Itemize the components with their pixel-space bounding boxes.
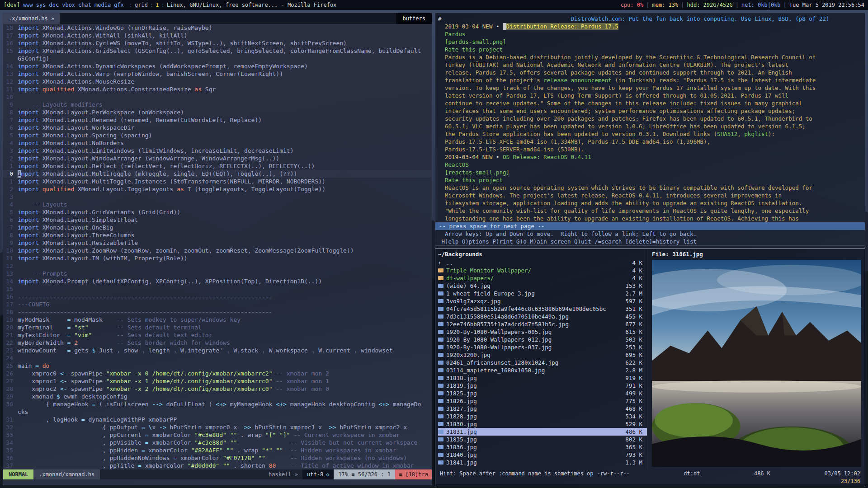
code-line[interactable]: 12import XMonad.Actions.MouseResize	[3, 78, 432, 85]
code-line[interactable]: 7import XMonad.Layout.Renamed (renamed, …	[3, 116, 432, 124]
code-line[interactable]: 9 -- Layouts modifiers	[3, 101, 432, 108]
code-line[interactable]: 1import XMonad.Layout.Reflect (reflectVe…	[3, 162, 432, 170]
workspace-tag[interactable]: vbox	[62, 2, 75, 8]
file-row[interactable]: 03114_mapletree_1680x1050.jpg2.8 M	[438, 366, 647, 374]
code-line[interactable]: 36 , ppHiddenNoWindows = xmobarColor "#F…	[3, 454, 432, 462]
code-line[interactable]: 4import XMonad.Layout.NoBorders	[3, 139, 432, 147]
code-line[interactable]: 17import XMonad.Actions.WithAll (sinkAll…	[3, 32, 432, 39]
lynx-link[interactable]: Rate this project	[438, 46, 503, 53]
lynx-link[interactable]: pkglist	[744, 131, 768, 137]
code-line[interactable]: 17---CONFIG	[3, 300, 432, 308]
buffer-tab[interactable]: .x/xmonad.hs »	[3, 13, 60, 24]
workspace-tag[interactable]: doc	[49, 2, 59, 8]
code-line[interactable]: 31 , logHook = dynamicLogWithPP xmobarPP	[3, 416, 432, 423]
lynx-link[interactable]: Rate this project	[438, 177, 503, 183]
code-line[interactable]: 28 xmproc2 <- spawnPipe "xmobar -x 2 /ho…	[3, 385, 432, 393]
file-row[interactable]: (wide) 64.jpg153 K	[438, 282, 647, 290]
file-row[interactable]: 31841.jpg1.3 M	[438, 459, 647, 466]
code-line[interactable]: 27 xmproc1 <- spawnPipe "xmobar -x 1 /ho…	[3, 377, 432, 385]
file-row[interactable]: 31840.jpg793 K	[438, 451, 647, 459]
code-line[interactable]: 4 -- Layouts	[3, 201, 432, 208]
file-row[interactable]: 31825.jpg499 K	[438, 389, 647, 397]
file-row[interactable]: 1920x1200.jpg695 K	[438, 351, 647, 359]
lynx-link[interactable]: Pardus	[438, 31, 465, 38]
file-row[interactable]: 1920-By-1080-Wallpapers-005.jpg615 K	[438, 328, 647, 336]
code-line[interactable]: 3	[3, 193, 432, 201]
directory-row[interactable]: Triple Monitor Wallpaper/4 K	[438, 267, 647, 274]
file-row[interactable]: 31827.jpg468 K	[438, 405, 647, 413]
file-row[interactable]: 31826.jpg775 K	[438, 397, 647, 405]
file-row[interactable]: 7d3c13155880e514a8d6d70510be449a.jpg455 …	[438, 313, 647, 320]
code-line[interactable]: 20myTerminal = "st" -- Sets default term…	[3, 324, 432, 331]
file-row[interactable]: 3vo91g7azxqz.jpg597 K	[438, 297, 647, 305]
lynx-link[interactable]: Distribution Release: Pardus 17.5	[506, 23, 618, 30]
code-line[interactable]: 0import XMonad.Layout.MultiToggle (mkTog…	[3, 170, 432, 178]
file-row[interactable]: 31828.jpg534 K	[438, 413, 647, 420]
directory-row[interactable]: dt-wallpapers/4 K	[438, 274, 647, 282]
file-row[interactable]: 02461_africansunset_1280x1024.jpg622 K	[438, 359, 647, 366]
code-line[interactable]: 2import XMonad.Layout.WindowArranger (wi…	[3, 155, 432, 162]
code-line[interactable]: 9import XMonad.Layout.ResizableTile	[3, 239, 432, 247]
code-line[interactable]: 18--------------------------------------…	[3, 308, 432, 316]
code-line[interactable]: 14import XMonad.Prompt (defaultXPConfig,…	[3, 277, 432, 285]
code-line[interactable]: 8import XMonad.Layout.ThreeColumns	[3, 231, 432, 239]
code-line[interactable]: 19myModMask = mod4Mask -- Sets modkey to…	[3, 316, 432, 324]
code-line[interactable]: 24	[3, 354, 432, 362]
lynx-link[interactable]: release announcement	[543, 77, 612, 84]
code-line[interactable]: 7import XMonad.Layout.OneBig	[3, 224, 432, 231]
lynx-link[interactable]: ReactOS	[438, 161, 469, 168]
code-line[interactable]: 3import XMonad.Layout.LimitWindows (limi…	[3, 147, 432, 155]
code-line[interactable]: 13import XMonad.Actions.Warp (warpToWind…	[3, 70, 432, 78]
file-row[interactable]: 31831.jpg486 K	[438, 428, 647, 436]
code-line[interactable]: 23windowCount = gets $ Just . show . len…	[3, 347, 432, 354]
file-row[interactable]: 04fc7e45d58115b2a9fe446c8c635886b694e108…	[438, 305, 647, 313]
workspace-tag[interactable]: sys	[36, 2, 46, 8]
code-line[interactable]: 6import XMonad.Layout.WorkspaceDir	[3, 124, 432, 131]
code-line[interactable]: 34 , ppVisible = xmobarColor "#c3e88d" "…	[3, 439, 432, 446]
code-line[interactable]: 15import XMonad.Actions.GridSelect (GSCo…	[3, 47, 432, 55]
file-row[interactable]: 31830.jpg529 K	[438, 420, 647, 428]
code-line[interactable]: 29 xmonad $ ewmh desktopConfig	[3, 393, 432, 400]
file-row[interactable]: 1920-By-1080-Wallpapers-037.jpg253 K	[438, 343, 647, 351]
code-line[interactable]: 35 , ppHidden = xmobarColor "#82AAFF" ""…	[3, 446, 432, 454]
code-line[interactable]: 37 , ppTitle = xmobarColor "#d0d0d0" "" …	[3, 462, 432, 469]
workspace-tag[interactable]: chat	[78, 2, 91, 8]
code-line[interactable]: 11import XMonad.Layout.IM (withIM, Prope…	[3, 254, 432, 262]
code-line[interactable]: 26 xmproc0 <- spawnPipe "xmobar -x 0 /ho…	[3, 370, 432, 377]
layout-indicator[interactable]: grid	[135, 2, 148, 8]
code-line[interactable]: 32 { ppOutput = \x -> hPutStrLn xmproc0 …	[3, 423, 432, 431]
lynx-link[interactable]: [pardus-small.png]	[438, 38, 506, 45]
file-row[interactable]: 31836.jpg365 K	[438, 443, 647, 451]
code-line[interactable]: 10	[3, 93, 432, 101]
code-line[interactable]: 10import XMonad.Layout.ZoomRow (zoomRow,…	[3, 247, 432, 254]
code-line[interactable]: 2import qualified XMonad.Layout.ToggleLa…	[3, 185, 432, 193]
workspace-tag[interactable]: www	[23, 2, 33, 8]
code-line[interactable]: 22myBorderWidth = 2 -- Sets border width…	[3, 339, 432, 347]
code-area[interactable]: 18import XMonad.Actions.WindowGo (runOrR…	[3, 24, 432, 469]
code-line[interactable]: 33 , ppCurrent = xmobarColor "#c3e88d" "…	[3, 431, 432, 439]
lynx-link[interactable]: SHA512	[717, 131, 737, 137]
file-row[interactable]: 12ee746bb85735f1a7a4cd4d7f581b5c.jpg677 …	[438, 320, 647, 328]
code-line[interactable]: GSConfig)	[3, 55, 432, 62]
code-line[interactable]: 16import XMonad.Actions.CycleWS (moveTo,…	[3, 39, 432, 47]
code-line[interactable]: cks	[3, 408, 432, 416]
code-line[interactable]: 16--------------------------------------…	[3, 293, 432, 300]
code-line[interactable]: 5import XMonad.Layout.GridVariants (Grid…	[3, 208, 432, 216]
code-line[interactable]: 12	[3, 262, 432, 270]
code-line[interactable]: 11import qualified XMonad.Actions.Constr…	[3, 85, 432, 93]
file-row[interactable]: ↑..4 K	[438, 259, 647, 267]
lynx-link[interactable]: OS Release: ReactOS 0.4.11	[503, 154, 591, 160]
code-line[interactable]: 18import XMonad.Actions.WindowGo (runOrR…	[3, 24, 432, 32]
code-line[interactable]: 1import XMonad.Layout.MultiToggle.Instan…	[3, 178, 432, 185]
file-row[interactable]: 31835.jpg802 K	[438, 436, 647, 443]
code-line[interactable]: 13 -- Prompts	[3, 270, 432, 277]
file-row[interactable]: 1920-By-1080-Wallpapers-012.jpg503 K	[438, 336, 647, 343]
code-line[interactable]: 6import XMonad.Layout.SimplestFloat	[3, 216, 432, 224]
file-row[interactable]: 31819.jpg791 K	[438, 382, 647, 389]
workspace-current[interactable]: [dev]	[4, 2, 20, 8]
code-line[interactable]: 21myTextEditor = "vim" -- Sets default t…	[3, 331, 432, 339]
file-row[interactable]: 31818.jpg919 K	[438, 374, 647, 382]
code-line[interactable]: 15	[3, 285, 432, 293]
code-line[interactable]: 14import XMonad.Actions.DynamicWorkspace…	[3, 62, 432, 70]
workspace-tag[interactable]: media	[94, 2, 111, 8]
